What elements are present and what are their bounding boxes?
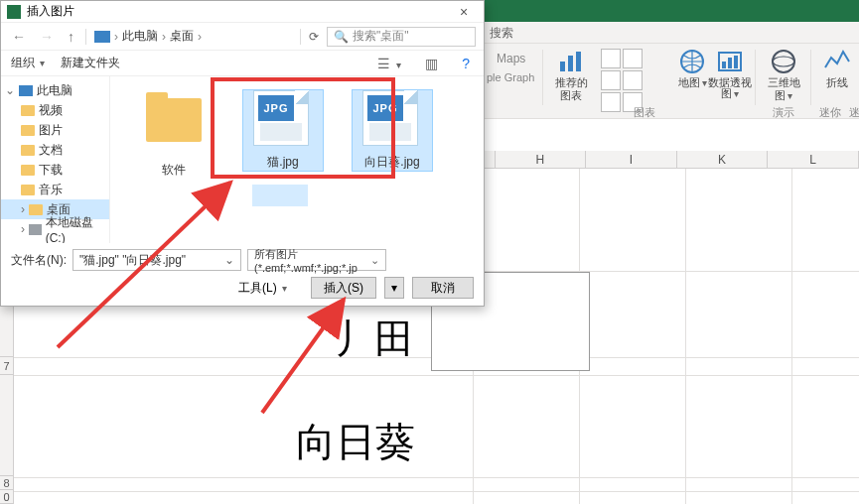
pc-icon — [19, 85, 33, 96]
search-placeholder: 搜索"桌面" — [353, 28, 409, 45]
globe-3d-icon — [770, 48, 797, 75]
svg-rect-5 — [722, 62, 726, 68]
separator — [85, 29, 86, 45]
row-header[interactable]: 0 — [0, 490, 13, 504]
ribbon-maps-text[interactable]: Maps — [497, 52, 525, 65]
chart-type-gallery[interactable] — [600, 48, 663, 107]
insert-button[interactable]: 插入(S) — [311, 277, 376, 299]
folder-icon — [21, 165, 35, 176]
breadcrumb[interactable]: › 此电脑 › 桌面 › — [94, 28, 292, 45]
svg-rect-0 — [560, 62, 565, 71]
dialog-search-field[interactable]: 🔍 搜索"桌面" — [327, 27, 476, 47]
grid-line — [685, 169, 686, 504]
folder-icon — [21, 185, 35, 195]
chevron-down-icon[interactable]: ⌄ — [224, 253, 234, 267]
tree-item-music[interactable]: 音乐 — [1, 180, 109, 199]
group-label-demo: 演示 — [759, 105, 808, 120]
file-type-filter[interactable]: 所有图片(*.emf;*.wmf;*.jpg;*.jp⌄ — [247, 249, 386, 271]
expand-toggle-icon[interactable]: › — [21, 202, 25, 216]
tree-item-downloads[interactable]: 下载 — [1, 160, 109, 180]
ribbon-separator — [810, 50, 811, 105]
sparkline-line-button[interactable]: 折线 — [814, 48, 859, 88]
three-d-map-button[interactable]: 三维地 图▾ — [761, 48, 806, 103]
file-list[interactable]: 软件 JPG 猫.jpg JPG 向日葵.jpg — [110, 76, 484, 243]
recommended-charts-button[interactable]: 推荐的 图表 — [548, 48, 594, 103]
row-header[interactable]: 7 — [0, 357, 13, 375]
svg-point-8 — [773, 51, 794, 72]
chevron-down-icon: ▾ — [282, 283, 287, 294]
expand-toggle-icon[interactable]: › — [21, 222, 25, 236]
chart-type-icon[interactable] — [623, 70, 643, 90]
three-d-label-1: 三维地 — [761, 77, 806, 88]
breadcrumb-pc[interactable]: 此电脑 — [122, 28, 158, 45]
filename-label: 文件名(N): — [11, 252, 67, 269]
ribbon-separator — [542, 50, 543, 105]
separator — [300, 29, 301, 45]
grid-line — [791, 169, 792, 504]
back-button[interactable]: ← — [9, 29, 29, 45]
column-header[interactable]: I — [586, 151, 677, 168]
refresh-button[interactable]: ⟳ — [309, 30, 319, 44]
tree-item-pictures[interactable]: 图片 — [1, 120, 109, 140]
help-button[interactable]: ? — [458, 56, 474, 71]
group-label-charts: 图表 — [600, 105, 689, 120]
file-label: 向日葵.jpg — [353, 154, 432, 171]
chevron-down-icon: ▾ — [734, 88, 739, 99]
tree-item-local-c[interactable]: ›本地磁盘 (C:) — [1, 219, 109, 239]
column-header[interactable]: L — [768, 151, 859, 168]
recommended-label-2: 图表 — [548, 88, 594, 103]
svg-rect-7 — [734, 56, 738, 68]
file-label: 猫.jpg — [243, 154, 323, 171]
jpg-file-icon: JPG — [253, 90, 309, 146]
nav-tree[interactable]: ⌄此电脑 视频 图片 文档 下载 音乐 ›桌面 ›本地磁盘 (C:) — [1, 76, 110, 243]
dialog-bottom-bar: 文件名(N): "猫.jpg" "向日葵.jpg"⌄ 所有图片(*.emf;*.… — [1, 243, 484, 299]
chart-type-icon[interactable] — [601, 70, 621, 90]
view-mode-button[interactable]: ☰ ▾ — [373, 56, 405, 71]
dialog-title: 插入图片 — [27, 3, 74, 20]
search-icon: 🔍 — [334, 30, 349, 44]
sparkline-icon — [823, 48, 851, 75]
file-item-folder[interactable]: 软件 — [134, 90, 214, 179]
group-label-mini: 迷 — [844, 105, 859, 120]
row-header[interactable]: 8 — [0, 476, 13, 490]
cell-text-partial: 丿田 — [335, 312, 414, 366]
insert-split-button[interactable]: ▾ — [384, 277, 404, 299]
column-header[interactable]: K — [677, 151, 769, 168]
tree-item-documents[interactable]: 文档 — [1, 140, 109, 160]
dialog-body: ⌄此电脑 视频 图片 文档 下载 音乐 ›桌面 ›本地磁盘 (C:) 软件 JP… — [1, 76, 484, 243]
pivot-chart-button[interactable]: 数据透视图▾ — [707, 48, 753, 99]
folder-icon — [21, 125, 35, 136]
column-header[interactable]: H — [496, 151, 587, 168]
excel-search-label[interactable]: 搜索 — [490, 22, 513, 44]
dialog-titlebar[interactable]: 插入图片 × — [1, 1, 484, 23]
row-header[interactable] — [0, 375, 13, 476]
chart-type-icon[interactable] — [623, 49, 643, 68]
ribbon-separator — [755, 50, 756, 105]
up-button[interactable]: ↑ — [65, 29, 77, 45]
cancel-button[interactable]: 取消 — [412, 277, 474, 299]
tools-menu[interactable]: 工具(L) ▾ — [234, 278, 291, 299]
dialog-nav-bar: ← → ↑ › 此电脑 › 桌面 › ⟳ 🔍 搜索"桌面" — [1, 23, 484, 51]
forward-button[interactable]: → — [37, 29, 57, 45]
file-item-cat-jpg[interactable]: JPG 猫.jpg — [243, 90, 323, 171]
tree-item-this-pc[interactable]: ⌄此电脑 — [1, 80, 109, 100]
expand-toggle-icon[interactable]: ⌄ — [5, 83, 15, 97]
pc-icon — [94, 31, 110, 43]
chart-type-icon[interactable] — [601, 49, 621, 68]
ribbon-peoplegraph-text[interactable]: ple Graph — [487, 71, 534, 83]
bar-chart-icon — [557, 48, 585, 75]
grid-line — [14, 477, 859, 478]
close-button[interactable]: × — [450, 4, 478, 20]
tree-item-videos[interactable]: 视频 — [1, 100, 109, 120]
folder-icon — [146, 98, 202, 142]
svg-point-9 — [773, 57, 794, 66]
preview-pane-button[interactable]: ▥ — [421, 56, 442, 71]
globe-icon — [678, 48, 706, 75]
new-folder-button[interactable]: 新建文件夹 — [61, 55, 120, 71]
organize-button[interactable]: 组织 ▾ — [11, 55, 45, 71]
filename-input[interactable]: "猫.jpg" "向日葵.jpg"⌄ — [72, 249, 241, 271]
breadcrumb-desktop[interactable]: 桌面 — [170, 28, 194, 45]
file-item-sunflower-jpg[interactable]: JPG 向日葵.jpg — [353, 90, 432, 171]
folder-icon — [21, 105, 35, 116]
three-d-label-2: 图 — [775, 89, 786, 101]
